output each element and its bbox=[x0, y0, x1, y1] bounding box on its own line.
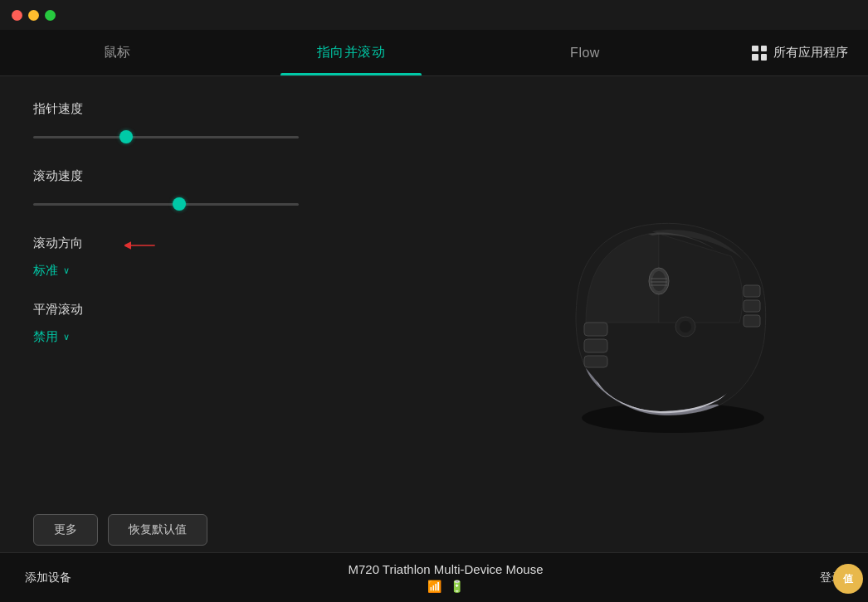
scroll-speed-track bbox=[33, 203, 299, 206]
watermark: 值 bbox=[833, 564, 863, 594]
footer-device-info: M720 Triathlon Multi-Device Mouse 📶 🔋 bbox=[348, 562, 543, 593]
svg-rect-11 bbox=[744, 285, 760, 297]
scroll-speed-thumb[interactable] bbox=[173, 197, 186, 211]
tab-flow[interactable]: Flow bbox=[468, 30, 702, 75]
battery-icon: 🔋 bbox=[450, 580, 464, 593]
tab-bar: 鼠标 指向并滚动 Flow 所有应用程序 bbox=[0, 30, 868, 76]
pointer-speed-label: 指针速度 bbox=[33, 101, 486, 117]
pointer-speed-group: 指针速度 bbox=[33, 101, 486, 145]
grid-icon bbox=[752, 46, 767, 61]
svg-point-4 bbox=[652, 271, 666, 291]
smooth-scroll-group: 平滑滚动 禁用 ∨ bbox=[33, 302, 486, 345]
svg-rect-12 bbox=[744, 300, 760, 312]
scroll-speed-slider-container bbox=[33, 196, 299, 212]
scroll-direction-chevron: ∨ bbox=[63, 265, 70, 276]
pointer-speed-slider-container bbox=[33, 129, 299, 145]
scroll-direction-label: 滚动方向 bbox=[33, 235, 486, 251]
more-button[interactable]: 更多 bbox=[33, 514, 98, 546]
scroll-direction-dropdown[interactable]: 标准 ∨ bbox=[33, 263, 486, 279]
pointer-speed-track bbox=[33, 136, 299, 138]
main-content: 指针速度 滚动速度 滚动方向 标准 ∨ bbox=[0, 76, 868, 552]
mouse-illustration-panel bbox=[486, 101, 835, 544]
scroll-direction-group: 滚动方向 标准 ∨ bbox=[33, 235, 486, 279]
traffic-lights bbox=[12, 10, 56, 21]
smooth-scroll-dropdown[interactable]: 禁用 ∨ bbox=[33, 329, 486, 345]
all-apps-button[interactable]: 所有应用程序 bbox=[702, 30, 868, 75]
device-icons: 📶 🔋 bbox=[348, 580, 543, 593]
svg-rect-13 bbox=[744, 315, 760, 327]
footer: 添加设备 M720 Triathlon Multi-Device Mouse 📶… bbox=[0, 552, 868, 602]
pointer-speed-thumb[interactable] bbox=[119, 130, 133, 143]
tab-mouse[interactable]: 鼠标 bbox=[0, 30, 234, 75]
svg-rect-10 bbox=[584, 356, 607, 367]
maximize-button[interactable] bbox=[45, 10, 56, 21]
annotation-arrow bbox=[124, 239, 158, 252]
add-device-button[interactable]: 添加设备 bbox=[25, 570, 71, 585]
smooth-scroll-label: 平滑滚动 bbox=[33, 302, 486, 318]
device-name: M720 Triathlon Multi-Device Mouse bbox=[348, 562, 543, 576]
scroll-speed-group: 滚动速度 bbox=[33, 168, 486, 212]
titlebar bbox=[0, 0, 868, 30]
bottom-buttons: 更多 恢复默认值 bbox=[33, 514, 207, 546]
tab-pointing-scrolling[interactable]: 指向并滚动 bbox=[234, 30, 468, 75]
reset-button[interactable]: 恢复默认值 bbox=[108, 514, 207, 546]
settings-panel: 指针速度 滚动速度 滚动方向 标准 ∨ bbox=[33, 101, 486, 544]
close-button[interactable] bbox=[12, 10, 22, 21]
smooth-scroll-chevron: ∨ bbox=[63, 332, 70, 342]
svg-rect-9 bbox=[584, 339, 607, 352]
svg-point-15 bbox=[680, 321, 691, 333]
minimize-button[interactable] bbox=[28, 10, 39, 21]
mouse-image bbox=[519, 202, 802, 443]
bluetooth-icon: 📶 bbox=[427, 580, 441, 593]
scroll-speed-label: 滚动速度 bbox=[33, 168, 486, 184]
svg-rect-8 bbox=[584, 323, 607, 336]
